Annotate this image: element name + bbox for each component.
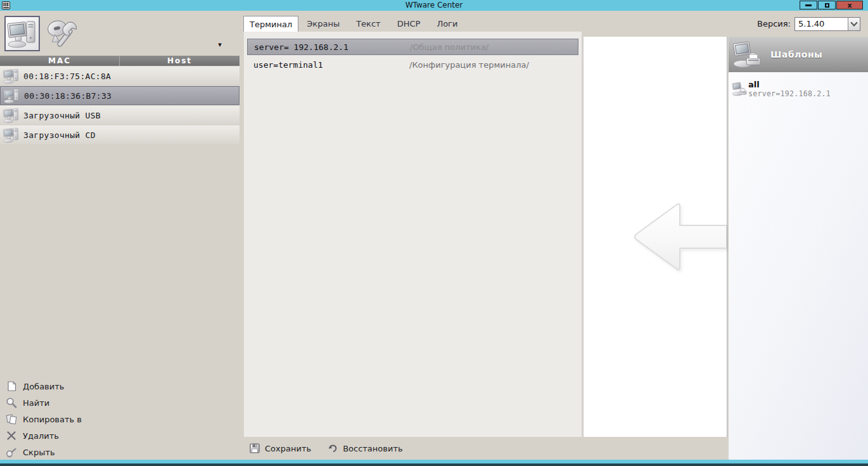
new-document-icon [6, 381, 17, 392]
bottom-edge-strip [0, 463, 868, 466]
find-label: Найти [23, 398, 49, 408]
column-header-mac[interactable]: MAC [0, 56, 120, 66]
delete-label: Удалить [23, 431, 59, 441]
tab-bar: Терминал Экраны Текст DHCP Логи Версия: … [243, 16, 868, 32]
version-value: 5.1.40 [795, 18, 848, 30]
terminal-mac: 00:30:18:36:B7:33 [24, 91, 112, 101]
settings-view-button[interactable] [43, 16, 81, 53]
chevron-down-icon [850, 19, 857, 26]
delete-button[interactable]: Удалить [0, 427, 239, 444]
terminal-mac: Загрузочный CD [23, 130, 96, 140]
copy-to-button[interactable]: Копировать в [0, 411, 239, 427]
column-header-host[interactable]: Host [120, 56, 239, 66]
template-item-all[interactable]: all server=192.168.2.1 [729, 80, 868, 103]
terminal-row-selected[interactable]: 00:30:18:36:B7:33 [0, 86, 239, 105]
maximize-button[interactable] [818, 1, 836, 9]
footer-toolbar: Сохранить Восстановить [240, 437, 729, 460]
tab-screens[interactable]: Экраны [298, 16, 348, 32]
restore-label: Восстановить [343, 444, 403, 453]
undo-icon [328, 443, 338, 453]
computer-printer-icon [732, 39, 763, 70]
search-icon [6, 397, 17, 408]
minimize-button[interactable] [800, 1, 817, 9]
computer-icon [3, 107, 20, 123]
hide-icon [6, 446, 17, 458]
version-chooser: Версия: 5.1.40 [757, 16, 860, 32]
save-label: Сохранить [265, 444, 311, 453]
tab-terminal[interactable]: Терминал [243, 16, 298, 32]
floppy-icon [250, 443, 260, 453]
templates-header: Шаблоны [729, 37, 868, 72]
config-row[interactable]: user=terminal1 /Конфигурация терминала/ [247, 57, 578, 73]
config-row-selected[interactable]: server= 192.168.2.1 /Общая политика/ [247, 39, 578, 55]
terminals-view-button[interactable] [4, 16, 40, 51]
window-title: WTware Center [0, 0, 868, 11]
computer-icon [3, 127, 20, 143]
hide-button[interactable]: Скрыть [0, 444, 239, 460]
close-icon: x [847, 2, 852, 9]
version-dropdown-button[interactable] [848, 18, 860, 30]
delete-icon [6, 430, 17, 441]
terminal-row[interactable]: 00:18:F3:75:AC:8A [0, 66, 239, 85]
add-label: Добавить [23, 382, 64, 391]
terminal-table-header: MAC Host [0, 56, 239, 66]
computer-printer-icon [732, 81, 748, 97]
tab-logs[interactable]: Логи [428, 16, 466, 32]
terminal-row[interactable]: Загрузочный USB [0, 106, 239, 125]
list-options-dropdown[interactable]: ▾ [213, 38, 227, 51]
terminal-list: 00:18:F3:75:AC:8A 00:30:18:36:B7:33 Загр… [0, 66, 239, 145]
version-combobox[interactable]: 5.1.40 [795, 17, 860, 31]
copy-to-label: Копировать в [23, 415, 82, 424]
copy-icon [6, 413, 17, 425]
minimize-icon [805, 4, 812, 6]
left-arrow-icon [632, 199, 727, 274]
close-button[interactable]: x [836, 1, 863, 9]
templates-panel: Шаблоны all server=192.168.2.1 [729, 37, 868, 460]
templates-title: Шаблоны [770, 49, 822, 60]
terminal-row[interactable]: Загрузочный CD [0, 125, 239, 144]
config-comment: /Конфигурация терминала/ [409, 57, 529, 73]
maximize-icon [825, 3, 829, 8]
terminal-actions: Добавить Найти Копировать в Удалить Скры… [0, 378, 239, 460]
computer-icon [3, 68, 20, 84]
tab-dhcp[interactable]: DHCP [389, 16, 429, 32]
template-name: all [748, 80, 760, 89]
config-key: server= 192.168.2.1 [254, 39, 348, 56]
save-button[interactable]: Сохранить [250, 443, 311, 453]
title-bar: WTware Center x [0, 0, 868, 11]
chevron-down-icon: ▾ [218, 41, 222, 49]
terminal-config-panel: server= 192.168.2.1 /Общая политика/ use… [244, 32, 582, 437]
wtware-center-window: WTware Center x ▾ MAC Host 00:18:F3:75:A… [0, 0, 868, 466]
restore-button[interactable]: Восстановить [328, 443, 403, 453]
computer-icon [3, 87, 20, 104]
template-detail: server=192.168.2.1 [748, 89, 831, 98]
tab-text[interactable]: Текст [348, 16, 389, 32]
config-key: user=terminal1 [253, 57, 323, 73]
computer-icon [7, 18, 37, 49]
version-label: Версия: [757, 19, 791, 28]
find-button[interactable]: Найти [0, 394, 239, 411]
config-comment: /Общая политика/ [410, 39, 488, 56]
terminal-mac: 00:18:F3:75:AC:8A [23, 72, 111, 81]
add-button[interactable]: Добавить [0, 378, 239, 394]
tools-icon [45, 18, 79, 52]
hide-label: Скрыть [23, 448, 55, 457]
template-drop-panel [583, 37, 727, 437]
terminal-mac: Загрузочный USB [23, 111, 101, 120]
